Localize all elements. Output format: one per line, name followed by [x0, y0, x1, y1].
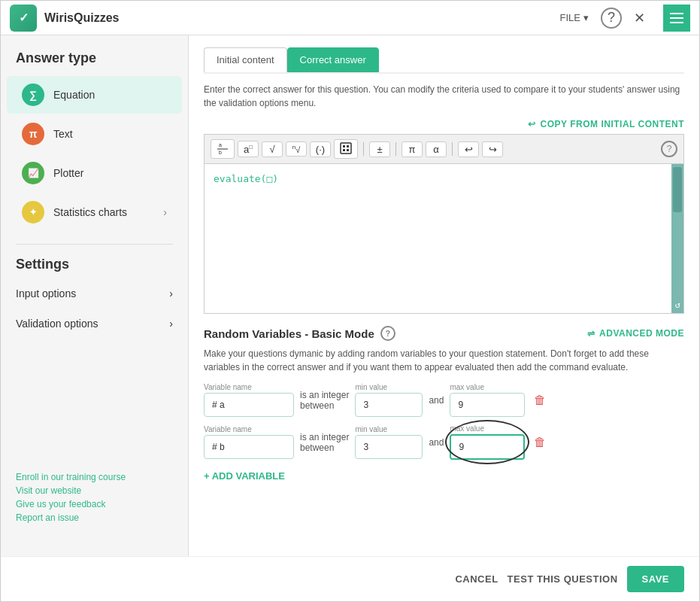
hamburger-line2	[670, 17, 683, 19]
random-variables-header: Random Variables - Basic Mode ? ⇌ ADVANC…	[204, 326, 684, 341]
sidebar-item-plotter[interactable]: 📈 Plotter	[7, 154, 182, 192]
var-a-min-input[interactable]	[355, 393, 423, 417]
titlebar: ✓ WirisQuizzes FILE ▾ ? ✕	[1, 1, 699, 35]
math-editor[interactable]: evaluate(□) ↺	[204, 163, 684, 314]
file-label: FILE	[560, 12, 580, 23]
var-b-min-wrap: min value	[355, 425, 423, 459]
math-btn-parens[interactable]: (∙)	[310, 141, 331, 157]
matrix-icon	[339, 148, 353, 157]
math-btn-undo[interactable]: ↩	[458, 141, 479, 157]
sidebar-item-validation-options[interactable]: Validation options ›	[1, 309, 188, 339]
var-b-max-wrap: max value	[450, 424, 525, 460]
math-btn-sup[interactable]: a□	[238, 141, 259, 157]
titlebar-actions: FILE ▾ ? ✕	[560, 5, 690, 32]
sidebar-item-statistics[interactable]: ✦ Statistics charts ›	[7, 193, 182, 231]
cancel-button[interactable]: CANCEL	[455, 573, 498, 585]
pi-icon: π	[409, 144, 416, 155]
parens-icon: (∙)	[316, 144, 325, 155]
test-question-button[interactable]: TEST THIS QUESTION	[508, 573, 618, 585]
validation-options-label: Validation options	[16, 318, 98, 330]
var-b-text: is an integer between	[300, 432, 349, 453]
statistics-icon: ✦	[22, 201, 44, 223]
random-variables-help-btn[interactable]: ?	[380, 326, 395, 341]
tab-initial[interactable]: Initial content	[204, 47, 287, 72]
random-variables-title-group: Random Variables - Basic Mode ?	[204, 326, 395, 341]
svg-rect-7	[347, 149, 349, 151]
var-a-max-label: max value	[450, 383, 525, 391]
sidebar-footer: Enroll in our training course Visit our …	[1, 457, 188, 541]
math-btn-matrix[interactable]	[334, 139, 358, 159]
var-b-max-input[interactable]	[450, 434, 525, 460]
sqrt-icon: √	[269, 144, 274, 155]
svg-rect-4	[343, 145, 345, 147]
main-window: ✓ WirisQuizzes FILE ▾ ? ✕ Answer type	[0, 0, 700, 602]
file-dropdown-icon: ▾	[583, 12, 589, 23]
help-button[interactable]: ?	[601, 8, 622, 29]
copy-arrow-icon: ↩	[528, 119, 536, 129]
chevron-right-icon: ›	[163, 206, 167, 218]
copy-btn-label: COPY FROM INITIAL CONTENT	[541, 119, 684, 129]
sidebar-item-input-options[interactable]: Input options ›	[1, 278, 188, 309]
var-b-min-input[interactable]	[355, 435, 423, 459]
var-a-delete-btn[interactable]: 🗑	[534, 394, 546, 407]
hamburger-line3	[670, 22, 683, 23]
toolbar-separator-2	[395, 142, 396, 156]
sidebar-item-statistics-label: Statistics charts	[53, 206, 154, 218]
issue-link[interactable]: Report an issue	[16, 512, 173, 523]
svg-text:a: a	[219, 142, 222, 147]
training-link[interactable]: Enroll in our training course	[16, 472, 173, 482]
right-panel: Initial content Correct answer Enter the…	[189, 35, 699, 556]
app-title: WirisQuizzes	[44, 11, 560, 25]
svg-rect-3	[341, 143, 351, 154]
equation-icon: ∑	[22, 84, 44, 106]
var-a-min-label: min value	[355, 383, 423, 391]
math-help-btn[interactable]: ?	[661, 141, 677, 157]
var-b-delete-btn[interactable]: 🗑	[534, 436, 546, 449]
math-btn-sqrt[interactable]: √	[262, 141, 283, 157]
advanced-mode-btn[interactable]: ⇌ ADVANCED MODE	[587, 328, 684, 339]
var-a-max-input[interactable]	[450, 393, 525, 417]
add-variable-label: + ADD VARIABLE	[204, 470, 285, 482]
sup-icon: a□	[244, 144, 253, 155]
math-editor-content: evaluate(□)	[214, 173, 674, 304]
help-icon: ?	[608, 10, 615, 26]
tab-correct[interactable]: Correct answer	[287, 47, 379, 72]
add-variable-btn[interactable]: + ADD VARIABLE	[204, 470, 684, 482]
undo-icon: ↩	[465, 144, 473, 155]
var-b-name-input[interactable]	[204, 435, 294, 459]
redo-icon: ↪	[489, 144, 497, 155]
var-a-and: and	[429, 395, 444, 406]
math-scrollbar[interactable]: ↺	[671, 164, 683, 313]
toolbar-separator-3	[452, 142, 453, 156]
app-icon: ✓	[10, 5, 37, 32]
math-btn-plus-minus[interactable]: ±	[369, 141, 390, 157]
math-btn-alpha[interactable]: α	[426, 141, 447, 157]
sidebar-divider	[16, 244, 173, 245]
close-button[interactable]: ✕	[634, 10, 645, 26]
advanced-mode-label: ADVANCED MODE	[599, 328, 684, 339]
math-btn-pi[interactable]: π	[402, 141, 423, 157]
feedback-link[interactable]: Give us your feedback	[16, 499, 173, 509]
var-a-name-input[interactable]	[204, 393, 294, 417]
math-btn-nroot[interactable]: n√	[286, 141, 307, 157]
variable-row-a: Variable name is an integer between min …	[204, 383, 684, 417]
answer-type-title: Answer type	[1, 50, 188, 75]
svg-text:b: b	[219, 150, 222, 155]
tab-correct-label: Correct answer	[300, 54, 366, 65]
text-icon: π	[22, 123, 44, 145]
var-a-min-wrap: min value	[355, 383, 423, 417]
copy-from-initial-btn[interactable]: ↩ COPY FROM INITIAL CONTENT	[204, 119, 684, 129]
var-b-name-wrap: Variable name	[204, 425, 294, 459]
math-btn-frac[interactable]: ab	[211, 139, 235, 159]
frac-icon: ab	[216, 147, 229, 157]
website-link[interactable]: Visit our website	[16, 485, 173, 496]
hamburger-menu[interactable]	[663, 5, 690, 32]
save-button[interactable]: SAVE	[627, 566, 684, 592]
sidebar-item-text[interactable]: π Text	[7, 115, 182, 153]
var-a-name-label: Variable name	[204, 383, 294, 391]
sidebar-item-equation[interactable]: ∑ Equation	[7, 76, 182, 114]
file-menu[interactable]: FILE ▾	[560, 12, 589, 23]
tab-initial-label: Initial content	[217, 54, 274, 65]
math-btn-redo[interactable]: ↪	[482, 141, 503, 157]
sidebar-item-plotter-label: Plotter	[53, 167, 167, 179]
